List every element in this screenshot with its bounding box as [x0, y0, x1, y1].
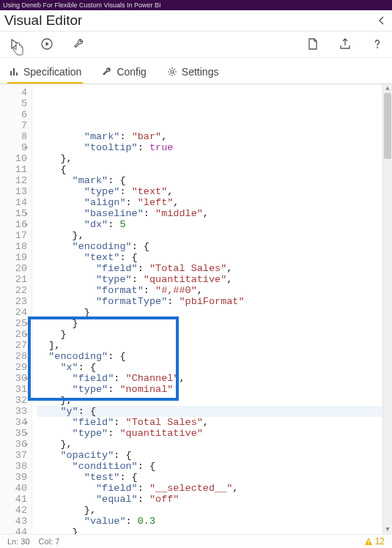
- help-button[interactable]: [369, 35, 386, 53]
- auto-apply-button[interactable]: [38, 35, 56, 53]
- status-line: Ln: 30: [7, 537, 30, 546]
- play-icon: [8, 37, 21, 51]
- line-number-gutter: 456789▾101112131415▾16▾17181920212223242…: [0, 84, 32, 534]
- svg-marker-0: [12, 40, 18, 48]
- tab-label: Config: [117, 66, 146, 78]
- editor-tabs: Specification Config Settings: [0, 57, 392, 84]
- tab-label: Settings: [182, 66, 219, 78]
- chevron-left-icon: [377, 16, 386, 25]
- warning-icon: [364, 537, 373, 546]
- editor-statusbar: Ln: 30 Col: 7 12: [0, 534, 392, 548]
- svg-rect-6: [368, 543, 369, 544]
- repair-format-button[interactable]: [70, 35, 88, 53]
- code-editor[interactable]: 456789▾101112131415▾16▾17181920212223242…: [0, 84, 392, 535]
- new-spec-button[interactable]: [304, 35, 322, 53]
- editor-scrollbar[interactable]: ▲ ▼: [382, 84, 392, 534]
- tab-label: Specification: [23, 66, 81, 78]
- help-icon: [371, 37, 384, 51]
- chart-bar-icon: [9, 67, 19, 77]
- scroll-thumb[interactable]: [384, 93, 391, 159]
- warning-count: 12: [375, 536, 385, 547]
- code-content[interactable]: "mark": "bar", "tooltip": true }, { "mar…: [32, 84, 392, 534]
- svg-marker-2: [46, 42, 50, 46]
- wrench-icon: [73, 37, 86, 51]
- share-icon: [339, 37, 352, 51]
- video-caption: Using Deneb For Flexible Custom Visuals …: [0, 0, 392, 10]
- panel-title: Visual Editor: [0, 10, 392, 32]
- collapse-panel-button[interactable]: [371, 10, 392, 31]
- scroll-down-button[interactable]: ▼: [383, 525, 392, 534]
- tab-settings[interactable]: Settings: [166, 66, 221, 84]
- tab-specification[interactable]: Specification: [7, 66, 83, 84]
- export-button[interactable]: [336, 35, 354, 53]
- editor-toolbar: [0, 31, 392, 58]
- svg-rect-5: [368, 540, 369, 543]
- scroll-up-button[interactable]: ▲: [383, 84, 392, 93]
- apply-button[interactable]: [6, 35, 23, 53]
- status-column: Col: 7: [39, 537, 60, 546]
- svg-point-4: [171, 70, 174, 73]
- tab-config[interactable]: Config: [100, 66, 147, 84]
- warnings-indicator[interactable]: 12: [364, 536, 385, 547]
- wrench-icon: [102, 67, 112, 77]
- play-circle-icon: [40, 37, 53, 51]
- document-icon: [306, 37, 319, 51]
- gear-icon: [167, 67, 177, 77]
- svg-point-3: [377, 47, 378, 48]
